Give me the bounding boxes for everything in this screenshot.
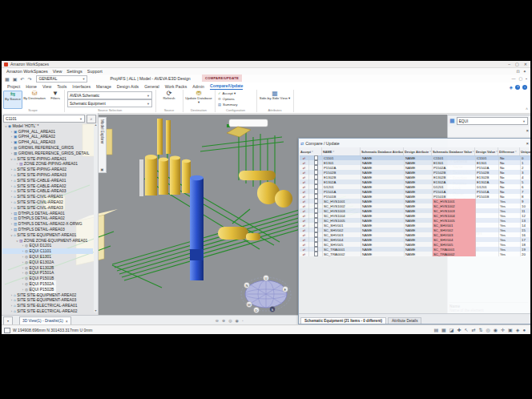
tab-compare-update[interactable]: Compare/Update bbox=[210, 83, 244, 90]
maximize-icon[interactable]: ▢ bbox=[515, 62, 519, 66]
column-header-design-attribute[interactable]: Design Attribute▾ bbox=[404, 147, 432, 155]
model-explorer-collapsed-tab[interactable]: Model Explorer ▣ bbox=[98, 117, 107, 173]
summary-button[interactable]: ▤Summary bbox=[218, 103, 237, 107]
checkbox[interactable] bbox=[314, 194, 319, 199]
view-tool-icon-5[interactable]: ◦ bbox=[242, 318, 244, 323]
profile-combobox[interactable]: GENERAL▼ bbox=[36, 75, 87, 83]
compare-tab-attribute-details[interactable]: Attribute Details bbox=[388, 317, 421, 324]
search-input[interactable]: C1101▼ bbox=[3, 115, 85, 123]
table-row[interactable]: ⇄SC_TRA0002NAMENAMESC_TRA0002Yes20 bbox=[300, 252, 530, 256]
tree-item-site-site-cable-area03[interactable]: ›⌂SITE SITE-CABLE-AREA03 bbox=[2, 189, 93, 195]
checkbox[interactable] bbox=[314, 179, 319, 184]
help-icon[interactable]: ? bbox=[515, 85, 520, 90]
view-tool-icon-2[interactable]: ⊕ bbox=[222, 318, 225, 323]
column-header-name[interactable]: NAME▾ bbox=[322, 147, 361, 155]
tree-item-equi-p1501b[interactable]: ›◍EQUI P1501B bbox=[2, 276, 93, 281]
by-destination-button[interactable]: ⛁By Destination bbox=[22, 91, 46, 107]
side-by-side-view-button[interactable]: ▦Side-by-Side View ▾ bbox=[259, 91, 291, 107]
tab-general[interactable]: General bbox=[144, 84, 159, 90]
tree-item-site-site-civil-area02[interactable]: ›⌂SITE SITE-CIVIL-AREA02 bbox=[2, 200, 93, 205]
undo-icon[interactable]: ↶ bbox=[20, 77, 24, 82]
compass-down-handle[interactable]: D bbox=[255, 308, 257, 312]
pan-icon[interactable]: ⇄ bbox=[471, 328, 475, 332]
menu-item-settings[interactable]: Settings bbox=[66, 69, 82, 74]
checkbox[interactable] bbox=[314, 199, 319, 204]
tree-item-site-site-equipment-area01[interactable]: ˅⌂SITE SITE-EQUIPMENT-AREA01 bbox=[2, 232, 93, 238]
checkbox[interactable] bbox=[314, 155, 319, 160]
tree-item-site-site-cable-area02[interactable]: ›⌂SITE SITE-CABLE-AREA02 bbox=[2, 183, 93, 189]
tree-item-dthpls-detail-area02[interactable]: ›▤DTHPLS DETAIL-AREA02 bbox=[2, 216, 93, 222]
close-icon[interactable]: × bbox=[66, 319, 68, 324]
tree-item-zone-zone-equipment-area01[interactable]: ˅▨ZONE ZONE-EQUIPMENT-AREA01 bbox=[2, 238, 93, 244]
select-icon[interactable]: ↖ bbox=[464, 328, 468, 332]
column-header-accept[interactable]: Accept▾ bbox=[300, 147, 322, 155]
tab-tools[interactable]: Tools bbox=[57, 84, 66, 90]
look-icon[interactable]: ◎ bbox=[486, 328, 490, 332]
compare-tab-schematic-equipment[interactable]: Schematic Equipment (21 Items - 0 differ… bbox=[300, 317, 386, 324]
printer-icon[interactable]: ⊡ bbox=[517, 69, 520, 74]
checkbox[interactable] bbox=[314, 213, 319, 218]
attributes-close-icon[interactable]: × bbox=[526, 128, 529, 133]
source-type-combobox[interactable]: AVEVA Schematic▼ bbox=[67, 91, 152, 99]
restore-icon[interactable]: ▢ bbox=[518, 76, 522, 81]
checkbox[interactable] bbox=[314, 165, 319, 170]
column-header-design-value[interactable]: Design Value▾ bbox=[475, 147, 498, 155]
tab-design-aids[interactable]: Design Aids bbox=[117, 84, 139, 90]
perspective-icon[interactable]: ◈ bbox=[516, 328, 520, 332]
column-header-uniqueid[interactable]: UniqueId bbox=[520, 147, 530, 155]
view-zoom-controls[interactable]: ⊖⊕◎◉◦ bbox=[216, 318, 244, 323]
tree-item-dthpls-detail-area03[interactable]: ›▤DTHPLS DETAIL-AREA03 bbox=[2, 227, 93, 232]
checkbox[interactable] bbox=[314, 204, 319, 208]
filter-icon[interactable]: ▾ bbox=[312, 150, 313, 153]
tree-item-equi-c1101[interactable]: ›◍EQUI C1101 bbox=[2, 248, 93, 254]
checkbox[interactable] bbox=[314, 228, 319, 232]
tree-item-gph4-all-area03[interactable]: ›▣GPH4_ALL_AREA03 bbox=[2, 139, 93, 145]
tree-item-dthpls-detail-area02-x-drwg[interactable]: ›▥DTHPLS DETAIL-AREA02-X-DRWG bbox=[2, 221, 93, 227]
view-tool-icon-4[interactable]: ◉ bbox=[236, 318, 239, 323]
layout-icon[interactable]: ▦ bbox=[5, 77, 10, 82]
view-tool-icon-1[interactable]: ⊖ bbox=[216, 318, 219, 323]
resource-icon[interactable]: ◈ bbox=[509, 84, 513, 90]
checkbox[interactable] bbox=[314, 170, 319, 175]
tree-item-site-site-equipment-area02[interactable]: ›⌂SITE SITE-EQUIPMENT-AREA02 bbox=[2, 292, 93, 298]
checkbox[interactable] bbox=[314, 247, 319, 252]
compass-east-handle[interactable]: E bbox=[284, 288, 287, 292]
checkbox[interactable] bbox=[314, 184, 319, 189]
refresh-button[interactable]: ⟳Refresh bbox=[158, 91, 180, 107]
checkbox[interactable] bbox=[314, 189, 319, 194]
tab-manage[interactable]: Manage bbox=[96, 84, 111, 90]
options-button[interactable]: ⚙Options bbox=[218, 97, 235, 101]
scroll-up-icon[interactable]: ▲ bbox=[95, 123, 97, 127]
tree-item-equi-p1502b[interactable]: ›◍EQUI P1502B bbox=[2, 287, 93, 292]
collapse-ribbon-icon[interactable]: ˄ bbox=[526, 107, 528, 111]
view-list-dropdown[interactable]: ▾ bbox=[3, 316, 13, 325]
drawlist-icon[interactable]: ▤ bbox=[433, 328, 438, 332]
tree-item-site-site-piping-area01[interactable]: ˅⌂SITE SITE-PIPING-AREA01 bbox=[2, 156, 93, 162]
tab-view[interactable]: View bbox=[42, 84, 51, 90]
source-class-combobox[interactable]: Schematic Equipment▼ bbox=[67, 99, 152, 107]
search-icon[interactable]: ⌕ bbox=[87, 115, 96, 123]
redo-icon[interactable]: ↷ bbox=[27, 77, 31, 82]
minimize-icon[interactable]: – bbox=[508, 62, 510, 66]
accept-action-icon[interactable]: ⇄ bbox=[300, 252, 309, 256]
compass-west-handle[interactable]: W bbox=[248, 303, 251, 307]
tree-item-site-site-piping-area02[interactable]: ›⌂SITE SITE-PIPING-AREA02 bbox=[2, 167, 93, 172]
checkbox[interactable] bbox=[314, 223, 319, 228]
tree-item-site-site-civil-area03[interactable]: ›⌂SITE SITE-CIVIL-AREA03 bbox=[2, 205, 93, 211]
save-icon[interactable]: ▣ bbox=[13, 77, 18, 82]
settings-icon[interactable]: ● bbox=[522, 328, 526, 332]
tree-item-site-site-piping-area03[interactable]: ›⌂SITE SITE-PIPING-AREA03 bbox=[2, 172, 93, 178]
filter-icon[interactable]: ▾ bbox=[429, 150, 431, 153]
checkbox[interactable] bbox=[314, 175, 319, 179]
view-tool-icon-3[interactable]: ◎ bbox=[228, 318, 232, 323]
tree-item-zone-zone-piping-area01[interactable]: ›▨ZONE ZONE-PIPING-AREA01 bbox=[2, 162, 93, 167]
frame-icon[interactable]: ▣ bbox=[508, 328, 513, 332]
tree-item-equi-e1301[interactable]: ›◍EQUI E1301 bbox=[2, 254, 93, 260]
walk-icon[interactable]: ✛ bbox=[501, 328, 505, 332]
compass-up-handle[interactable]: U bbox=[264, 276, 267, 280]
minimize-icon[interactable]: — bbox=[511, 76, 515, 81]
menu-item-view[interactable]: View bbox=[53, 69, 62, 74]
tab-3d-view[interactable]: 3D View(1) - Drawlist(1) × bbox=[19, 316, 71, 325]
tree-item-site-site-electrical-area02[interactable]: ›⌂SITE SITE-ELECTRICAL-AREA02 bbox=[2, 308, 93, 312]
tree-item-gridwl-reference-grids-detail[interactable]: ›▦GRIDWL REFERENCE_GRIDS_DETAIL bbox=[2, 151, 93, 156]
